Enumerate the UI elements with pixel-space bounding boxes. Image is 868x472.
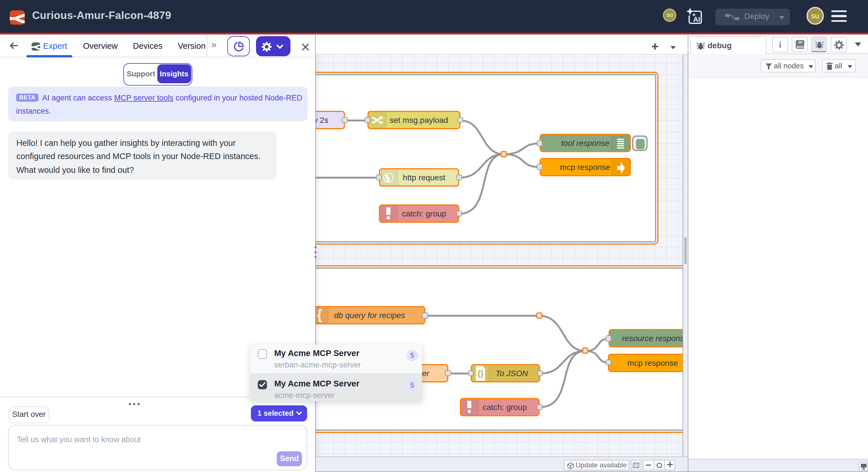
svg-text:{}: {} [477,369,484,378]
svg-text:AI: AI [693,16,700,23]
svg-text:i: i [779,40,781,49]
